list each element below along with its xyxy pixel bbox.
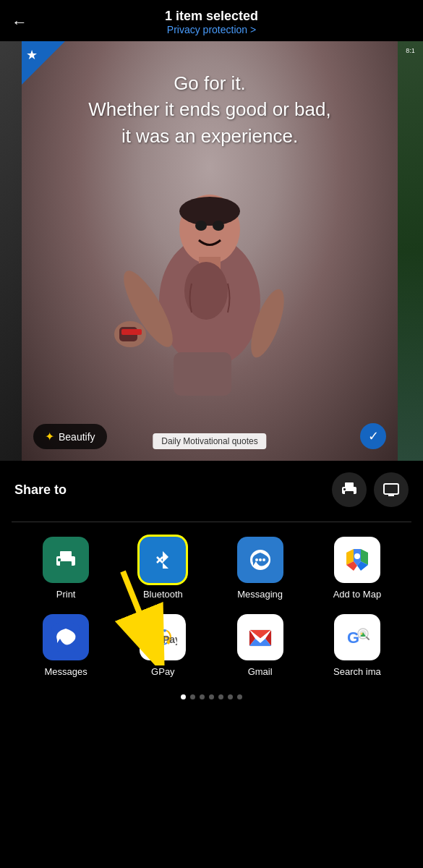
quote-line2: Whether it ends good or bad, <box>36 96 383 122</box>
app-item-search-ima[interactable]: G Search ima <box>309 614 406 677</box>
app-icon-messaging <box>237 537 283 583</box>
svg-text:Pay: Pay <box>163 634 177 645</box>
share-actions <box>332 472 409 507</box>
fighter-figure <box>94 157 325 417</box>
svg-rect-17 <box>345 491 354 497</box>
app-icon-print <box>43 537 89 583</box>
app-item-bluetooth[interactable]: Bluetooth <box>114 537 211 600</box>
app-item-messages[interactable]: Messages <box>17 614 114 677</box>
svg-rect-25 <box>58 558 61 561</box>
svg-text:G: G <box>347 629 359 647</box>
app-item-gpay[interactable]: G Pay GPay <box>114 614 211 677</box>
check-badge[interactable]: ✓ <box>360 423 386 449</box>
app-icon-gpay: G Pay <box>140 614 186 660</box>
quote-line3: it was an experience. <box>36 123 383 149</box>
beautify-label: Beautify <box>59 431 95 443</box>
svg-rect-12 <box>121 329 142 335</box>
app-item-print[interactable]: Print <box>17 537 114 600</box>
app-icon-maps <box>334 537 380 583</box>
svg-text:G: G <box>153 634 161 645</box>
caption-badge: Daily Motivational quotes <box>153 433 266 449</box>
header: ← 1 item selected Privacy protection > <box>0 0 423 41</box>
side-image-right: 8:1 <box>398 41 423 461</box>
app-label-bluetooth: Bluetooth <box>143 589 183 600</box>
star-icon: ★ <box>26 47 38 63</box>
app-label-gmail: Gmail <box>248 666 273 677</box>
dot-6 <box>228 694 233 699</box>
dot-4 <box>209 694 214 699</box>
app-grid: Print Bluetooth <box>14 537 409 677</box>
app-item-maps[interactable]: Add to Map <box>309 537 406 600</box>
svg-point-36 <box>354 553 360 559</box>
print-action-button[interactable] <box>332 472 367 507</box>
dot-2 <box>190 694 195 699</box>
gallery-area: ★ Go for it. Whether it ends good or bad… <box>0 41 423 461</box>
svg-point-3 <box>179 197 240 226</box>
app-label-messages: Messages <box>45 666 87 677</box>
dot-1 <box>181 694 186 699</box>
header-center: 1 item selected Privacy protection > <box>165 9 258 35</box>
app-icon-bluetooth <box>140 537 186 583</box>
svg-point-52 <box>360 633 362 635</box>
svg-rect-24 <box>60 561 72 569</box>
app-label-search-ima: Search ima <box>333 666 381 677</box>
svg-rect-18 <box>343 488 346 490</box>
share-header: Share to <box>14 472 409 507</box>
svg-rect-7 <box>174 352 231 396</box>
app-icon-messages <box>43 614 89 660</box>
share-title: Share to <box>14 482 67 498</box>
svg-point-11 <box>213 221 224 231</box>
time-indicator: 8:1 <box>406 47 415 54</box>
back-button[interactable]: ← <box>12 13 27 32</box>
quote-line1: Go for it. <box>36 70 383 96</box>
pagination-dots <box>14 694 409 699</box>
app-label-print: Print <box>56 589 76 600</box>
dot-7 <box>237 694 242 699</box>
side-image-left <box>0 41 22 461</box>
main-image: ★ Go for it. Whether it ends good or bad… <box>22 41 398 461</box>
app-icon-search-ima: G <box>334 614 380 660</box>
privacy-protection-link[interactable]: Privacy protection > <box>165 24 258 35</box>
quote-container: Go for it. Whether it ends good or bad, … <box>22 70 398 149</box>
screen-action-button[interactable] <box>374 472 409 507</box>
svg-point-27 <box>255 558 258 561</box>
dot-3 <box>200 694 205 699</box>
svg-point-28 <box>259 558 262 561</box>
app-item-gmail[interactable]: Gmail <box>212 614 309 677</box>
svg-rect-19 <box>384 484 398 494</box>
svg-point-29 <box>262 558 265 561</box>
share-panel: Share to <box>0 461 423 711</box>
dot-5 <box>218 694 223 699</box>
separator <box>12 522 411 522</box>
app-icon-gmail <box>237 614 283 660</box>
app-item-messaging[interactable]: Messaging <box>212 537 309 600</box>
svg-point-10 <box>195 221 207 231</box>
app-label-gpay: GPay <box>151 666 175 677</box>
app-label-maps: Add to Map <box>333 589 382 600</box>
beautify-button[interactable]: ✦ Beautify <box>33 424 107 449</box>
header-title: 1 item selected <box>165 9 258 24</box>
beautify-star-icon: ✦ <box>45 430 54 443</box>
app-label-messaging: Messaging <box>237 589 283 600</box>
